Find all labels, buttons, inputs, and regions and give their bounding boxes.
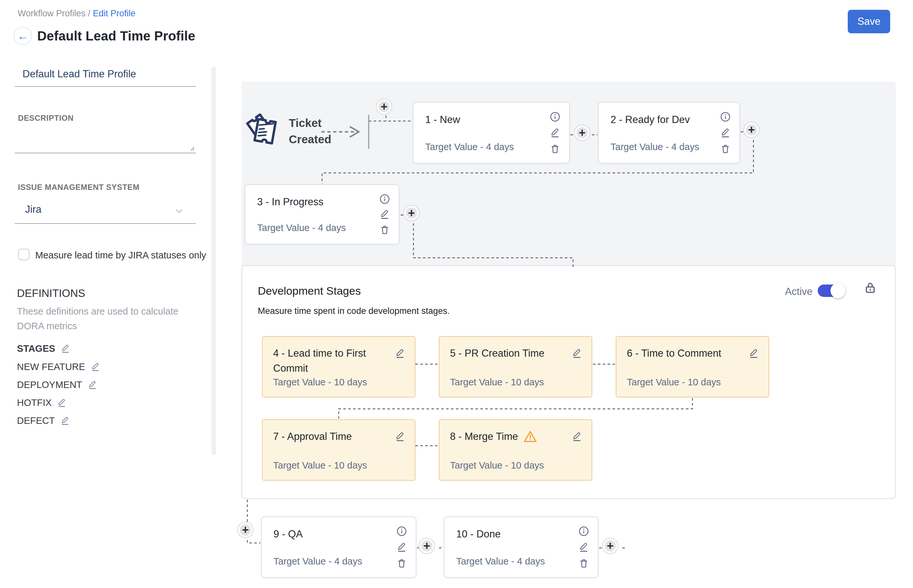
add-stage-button[interactable]: + bbox=[238, 522, 253, 538]
stage-card-target: Target Value - 4 days bbox=[425, 142, 514, 152]
delete-icon[interactable] bbox=[578, 558, 589, 569]
jira-statuses-checkbox[interactable] bbox=[18, 249, 30, 260]
dev-stage-target: Target Value - 10 days bbox=[273, 460, 367, 471]
issue-management-label: ISSUE MANAGEMENT SYSTEM bbox=[18, 183, 140, 192]
dev-stage-title: 5 - PR Creation Time bbox=[450, 346, 544, 361]
add-stage-button[interactable]: + bbox=[603, 538, 618, 553]
active-toggle[interactable] bbox=[818, 284, 845, 297]
delete-icon[interactable] bbox=[720, 143, 731, 154]
jira-statuses-checkbox-label: Measure lead time by JIRA statuses only bbox=[35, 250, 206, 261]
dev-stage-target: Target Value - 10 days bbox=[627, 377, 721, 388]
info-icon[interactable] bbox=[720, 111, 731, 122]
edit-icon[interactable] bbox=[748, 348, 759, 359]
edit-icon[interactable] bbox=[60, 416, 70, 426]
definition-item-label: DEFECT bbox=[17, 415, 55, 426]
info-icon[interactable] bbox=[379, 194, 390, 205]
add-stage-button[interactable]: + bbox=[377, 99, 391, 114]
edit-icon[interactable] bbox=[578, 542, 589, 553]
plus-icon: + bbox=[423, 540, 430, 552]
issue-management-value: Jira bbox=[25, 204, 42, 215]
plus-icon: + bbox=[579, 127, 585, 139]
stage-card-qa: 9 - QA Target Value - 4 days bbox=[261, 517, 416, 578]
add-stage-button[interactable]: + bbox=[419, 538, 434, 553]
save-button[interactable]: Save bbox=[848, 10, 890, 33]
dev-stage-card-merge-time[interactable]: 8 - Merge Time Target Value - 10 days bbox=[439, 419, 592, 481]
dev-stage-card-lead-time-first-commit[interactable]: 4 - Lead time to First Commit Target Val… bbox=[262, 336, 415, 397]
ticket-icon bbox=[244, 111, 284, 150]
info-icon[interactable] bbox=[578, 526, 589, 537]
edit-icon[interactable] bbox=[571, 348, 582, 359]
dev-stage-target: Target Value - 10 days bbox=[450, 377, 544, 388]
stage-card-in-progress: 3 - In Progress Target Value - 4 days bbox=[245, 184, 399, 244]
plus-icon: + bbox=[408, 207, 415, 219]
delete-icon[interactable] bbox=[379, 224, 390, 235]
add-stage-button[interactable]: + bbox=[575, 125, 590, 140]
edit-icon[interactable] bbox=[396, 542, 407, 553]
delete-icon[interactable] bbox=[549, 143, 561, 154]
stage-card-ready-for-dev: 2 - Ready for Dev Target Value - 4 days bbox=[598, 102, 740, 163]
toggle-knob bbox=[831, 283, 845, 298]
edit-icon[interactable] bbox=[394, 431, 406, 442]
stage-card-title: 9 - QA bbox=[273, 528, 303, 540]
definition-item-label: DEPLOYMENT bbox=[17, 380, 82, 390]
edit-icon[interactable] bbox=[90, 362, 100, 372]
definition-item-label: NEW FEATURE bbox=[17, 362, 85, 372]
info-icon[interactable] bbox=[396, 526, 407, 537]
dev-stage-title: 6 - Time to Comment bbox=[627, 346, 721, 361]
dev-panel-title: Development Stages bbox=[258, 284, 361, 297]
sidebar-scrollbar[interactable] bbox=[212, 67, 216, 455]
description-label: DESCRIPTION bbox=[18, 113, 74, 123]
plus-icon: + bbox=[242, 524, 249, 536]
definition-item-label: HOTFIX bbox=[17, 397, 52, 408]
dev-stage-title: 4 - Lead time to First Commit bbox=[273, 346, 381, 376]
dev-stage-card-time-to-comment[interactable]: 6 - Time to Comment Target Value - 10 da… bbox=[616, 336, 769, 397]
edit-icon[interactable] bbox=[87, 380, 98, 390]
dev-panel-subtitle: Measure time spent in code development s… bbox=[258, 306, 450, 316]
stages-row: STAGES bbox=[17, 343, 71, 354]
dev-stage-target: Target Value - 10 days bbox=[273, 377, 367, 388]
add-stage-button[interactable]: + bbox=[404, 205, 419, 221]
delete-icon[interactable] bbox=[396, 558, 407, 569]
warning-icon[interactable] bbox=[523, 430, 537, 444]
definition-item-deployment: DEPLOYMENT bbox=[17, 380, 98, 390]
info-icon[interactable] bbox=[549, 111, 561, 122]
breadcrumb-separator: / bbox=[86, 8, 93, 18]
dev-stage-title: 7 - Approval Time bbox=[273, 429, 352, 444]
dev-stage-card-pr-creation-time[interactable]: 5 - PR Creation Time Target Value - 10 d… bbox=[439, 336, 592, 397]
active-toggle-label: Active bbox=[780, 286, 813, 297]
description-textarea[interactable] bbox=[15, 128, 196, 153]
edit-icon[interactable] bbox=[57, 398, 67, 408]
stage-card-title: 10 - Done bbox=[456, 528, 501, 540]
add-stage-button[interactable]: + bbox=[744, 122, 759, 137]
plus-icon: + bbox=[748, 124, 755, 136]
lock-icon[interactable] bbox=[863, 280, 877, 296]
stage-card-target: Target Value - 4 days bbox=[257, 223, 346, 233]
definitions-description: These definitions are used to calculate … bbox=[17, 304, 195, 333]
edit-icon[interactable] bbox=[571, 431, 582, 442]
stage-card-title: 3 - In Progress bbox=[257, 196, 323, 208]
edit-icon[interactable] bbox=[60, 344, 71, 354]
edit-icon[interactable] bbox=[549, 127, 561, 138]
page-title: Default Lead Time Profile bbox=[37, 29, 195, 44]
edit-icon[interactable] bbox=[394, 348, 406, 359]
stage-card-new: 1 - New Target Value - 4 days bbox=[413, 102, 570, 163]
stages-label: STAGES bbox=[17, 343, 55, 354]
profile-name-input[interactable] bbox=[15, 65, 196, 87]
back-button[interactable]: ← bbox=[14, 27, 32, 45]
definition-item-new-feature: NEW FEATURE bbox=[17, 362, 100, 372]
breadcrumb-root[interactable]: Workflow Profiles bbox=[18, 8, 86, 18]
back-arrow-icon: ← bbox=[17, 30, 28, 42]
edit-icon[interactable] bbox=[720, 127, 731, 138]
issue-management-select[interactable]: Jira bbox=[15, 200, 196, 224]
dev-stage-card-approval-time[interactable]: 7 - Approval Time Target Value - 10 days bbox=[262, 419, 415, 481]
edit-icon[interactable] bbox=[379, 209, 390, 220]
stage-card-target: Target Value - 4 days bbox=[611, 142, 699, 152]
breadcrumb-current[interactable]: Edit Profile bbox=[93, 8, 136, 18]
dev-stage-target: Target Value - 10 days bbox=[450, 460, 544, 471]
definition-item-hotfix: HOTFIX bbox=[17, 397, 67, 408]
plus-icon: + bbox=[607, 540, 614, 552]
chevron-down-icon bbox=[174, 205, 185, 216]
stage-card-target: Target Value - 4 days bbox=[273, 556, 362, 567]
textarea-resize-icon[interactable] bbox=[187, 143, 195, 152]
workflow-start-label: Ticket Created bbox=[289, 115, 364, 147]
